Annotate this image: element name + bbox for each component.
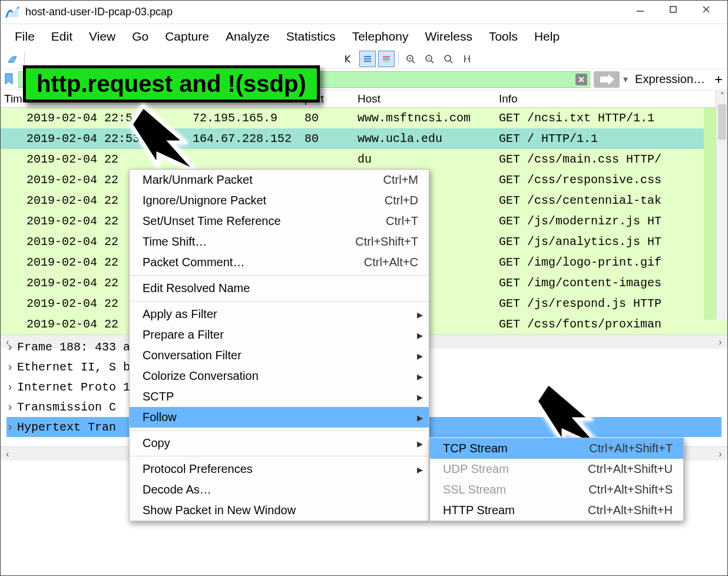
cell-info: GET /img/content-images	[495, 273, 727, 293]
menu-item[interactable]: Time Shift…Ctrl+Shift+T	[130, 231, 429, 252]
menu-item-label: Show Packet in New Window	[143, 504, 418, 517]
menu-item-label: UDP Stream	[443, 462, 588, 476]
svg-rect-8	[383, 56, 390, 58]
menu-view[interactable]: View	[89, 29, 115, 44]
menu-item-label: HTTP Stream	[443, 504, 588, 517]
menu-item[interactable]: TCP StreamCtrl+Alt+Shift+T	[430, 438, 683, 459]
menu-item[interactable]: Edit Resolved Name	[130, 278, 429, 299]
submenu-arrow-icon: ▸	[417, 369, 423, 383]
menu-tools[interactable]: Tools	[489, 29, 518, 44]
menu-item-label: Colorize Conversation	[143, 369, 418, 383]
menu-item-label: Time Shift…	[143, 235, 355, 249]
cell-port	[301, 149, 354, 170]
menu-edit[interactable]: Edit	[51, 29, 72, 44]
menubar: File Edit View Go Capture Analyze Statis…	[1, 24, 727, 49]
resize-columns-icon[interactable]	[459, 51, 475, 67]
table-row[interactable]: 2019-02-04 22:53:30164.67.228.15280www.u…	[1, 128, 727, 149]
menu-item[interactable]: Copy▸	[130, 433, 429, 453]
menu-file[interactable]: File	[15, 29, 35, 44]
clear-filter-icon[interactable]	[575, 74, 587, 85]
vertical-scrollbar[interactable]: ˄	[716, 90, 727, 320]
titlebar: host-and-user-ID-pcap-03.pcap	[1, 1, 727, 24]
toolbar-button[interactable]	[28, 51, 45, 67]
cell-info: GET /js/respond.js HTTP	[495, 293, 727, 314]
menu-item[interactable]: Protocol Preferences▸	[130, 459, 429, 479]
autoscroll-live-icon[interactable]	[359, 51, 376, 67]
menu-analyze[interactable]: Analyze	[226, 29, 270, 44]
goto-first-icon[interactable]	[340, 51, 357, 67]
zoom-in-icon[interactable]	[402, 51, 419, 67]
cell-info: GET /js/analytics.js HT	[495, 231, 727, 252]
menu-item[interactable]: Set/Unset Time ReferenceCtrl+T	[130, 211, 429, 231]
svg-rect-10	[383, 61, 390, 62]
expression-button[interactable]: Expression…	[631, 72, 709, 86]
zoom-out-icon[interactable]	[421, 51, 438, 67]
colorize-icon[interactable]	[378, 51, 395, 67]
close-button[interactable]	[690, 1, 723, 24]
cell-info: GET /css/fonts/proximan	[495, 314, 727, 335]
menu-item[interactable]: Colorize Conversation▸	[130, 366, 429, 386]
menu-separator	[130, 275, 429, 276]
menu-item[interactable]: Show Packet in New Window	[130, 500, 429, 521]
window-title: host-and-user-ID-pcap-03.pcap	[25, 6, 173, 18]
expand-icon[interactable]: ›	[6, 340, 17, 354]
menu-item[interactable]: Follow▸	[130, 407, 429, 428]
column-info[interactable]: Info	[495, 90, 716, 107]
details-text: Hypertext Tran	[17, 421, 116, 434]
menu-item[interactable]: Mark/Unmark PacketCtrl+M	[130, 170, 429, 190]
minimap	[704, 108, 716, 320]
menu-capture[interactable]: Capture	[165, 29, 209, 44]
expand-icon[interactable]: ›	[6, 380, 17, 394]
svg-line-12	[412, 61, 415, 63]
menu-item-label: TCP Stream	[443, 442, 589, 455]
table-row[interactable]: 2019-02-04 22:572.195.165.980www.msftncs…	[1, 108, 727, 128]
submenu-arrow-icon: ▸	[417, 328, 423, 342]
dropdown-icon[interactable]: ▾	[623, 74, 628, 85]
table-row[interactable]: 2019-02-04 22duGET /css/main.css HTTP/	[1, 149, 727, 170]
menu-separator	[130, 301, 429, 302]
menu-help[interactable]: Help	[534, 29, 560, 44]
zoom-reset-icon[interactable]	[440, 51, 456, 67]
svg-rect-9	[383, 58, 390, 60]
menu-item-label: SCTP	[143, 390, 418, 403]
cell-info: GET /js/modernizr.js HT	[495, 211, 727, 231]
menu-item[interactable]: Conversation Filter▸	[130, 345, 429, 366]
svg-rect-1	[670, 6, 676, 12]
menu-item[interactable]: Apply as Filter▸	[130, 304, 429, 325]
menu-item[interactable]: Decode As…	[130, 479, 429, 500]
toolbar-button[interactable]	[47, 51, 64, 67]
minimize-button[interactable]	[624, 1, 657, 24]
menu-item[interactable]: Packet Comment…Ctrl+Alt+C	[130, 252, 429, 273]
menu-item-label: Prepare a Filter	[143, 328, 418, 342]
menu-wireless[interactable]: Wireless	[425, 29, 472, 44]
menu-item-label: Apply as Filter	[143, 307, 418, 321]
menu-go[interactable]: Go	[132, 29, 148, 44]
submenu-arrow-icon: ▸	[417, 436, 423, 451]
menu-item[interactable]: SCTP▸	[130, 386, 429, 407]
expand-icon[interactable]: ›	[6, 360, 17, 374]
menu-item-label: Ignore/Unignore Packet	[143, 194, 385, 207]
menu-item[interactable]: HTTP StreamCtrl+Alt+Shift+H	[430, 500, 683, 521]
cell-info: GET /css/centennial-tak	[495, 190, 727, 211]
bookmark-icon[interactable]	[3, 72, 15, 87]
menu-shortcut: Ctrl+Alt+Shift+U	[588, 462, 673, 476]
expand-icon[interactable]: ›	[6, 421, 17, 434]
menu-statistics[interactable]: Statistics	[286, 29, 336, 44]
menu-item-label: Set/Unset Time Reference	[143, 214, 386, 228]
menu-item[interactable]: Ignore/Unignore PacketCtrl+D	[130, 190, 429, 211]
add-filter-button[interactable]: +	[712, 71, 725, 88]
maximize-button[interactable]	[657, 1, 690, 24]
menu-item-label: Edit Resolved Name	[143, 282, 418, 295]
menu-separator	[130, 430, 429, 431]
cell-host: www.msftncsi.com	[354, 108, 495, 128]
menu-telephony[interactable]: Telephony	[352, 29, 409, 44]
toolbar-button[interactable]	[66, 51, 82, 67]
expand-icon[interactable]: ›	[6, 400, 17, 414]
menu-item[interactable]: Prepare a Filter▸	[130, 325, 429, 345]
menu-item-label: Mark/Unmark Packet	[143, 173, 383, 187]
apply-filter-button[interactable]	[594, 71, 620, 88]
shark-fin-icon[interactable]	[4, 51, 21, 67]
column-host[interactable]: Host	[354, 90, 495, 107]
menu-shortcut: Ctrl+Alt+C	[364, 256, 418, 269]
cell-port: 80	[301, 108, 354, 128]
